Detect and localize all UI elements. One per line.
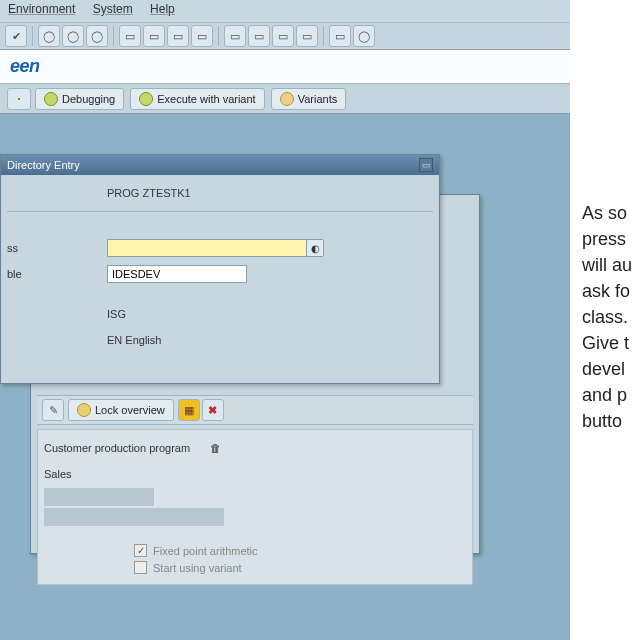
system-value: ISG (107, 308, 126, 320)
layout-icon[interactable]: ▭ (329, 25, 351, 47)
devclass-input[interactable] (107, 239, 307, 257)
dialog-title: Directory Entry (7, 159, 80, 171)
check-icon[interactable]: ✎ (42, 399, 64, 421)
menu-system[interactable]: System (93, 2, 133, 16)
attributes-section: Customer production program 🗑 Sales ✓ Fi… (37, 429, 473, 585)
firstpage-icon[interactable]: ▭ (191, 25, 213, 47)
close-icon[interactable]: ▭ (419, 158, 433, 172)
readonly-block-1 (44, 488, 154, 506)
app-title-area: een (0, 50, 570, 84)
find-icon[interactable]: ▭ (143, 25, 165, 47)
fixed-point-row: ✓ Fixed point arithmetic (44, 544, 466, 557)
next-icon[interactable]: ▭ (248, 25, 270, 47)
menu-help[interactable]: Help (150, 2, 175, 16)
language-value: EN English (107, 334, 161, 346)
readonly-block-2 (44, 508, 224, 526)
attr-header2: Sales (44, 468, 72, 480)
cancel-icon[interactable]: ◯ (86, 25, 108, 47)
variants-label: Variants (298, 93, 338, 105)
variants-icon (280, 92, 294, 106)
start-variant-checkbox[interactable] (134, 561, 147, 574)
app-title: een (10, 56, 40, 76)
object-value: PROG ZTESTK1 (107, 187, 191, 199)
start-variant-row: Start using variant (44, 561, 466, 574)
lock-overview-label: Lock overview (95, 404, 165, 416)
help-icon[interactable]: ◯ (353, 25, 375, 47)
exit-icon[interactable]: ◯ (62, 25, 84, 47)
clock-icon (139, 92, 153, 106)
debugging-label: Debugging (62, 93, 115, 105)
responsible-label: ble (7, 268, 107, 280)
standard-toolbar: ✔ ◯ ◯ ◯ ▭ ▭ ▭ ▭ ▭ ▭ ▭ ▭ ▭ ◯ (0, 22, 570, 50)
menubar: Environment System Help (0, 0, 570, 22)
bug-icon (44, 92, 58, 106)
print-icon[interactable]: ▭ (119, 25, 141, 47)
fixed-point-checkbox[interactable]: ✓ (134, 544, 147, 557)
lastpage-icon[interactable]: ▭ (272, 25, 294, 47)
lock-icon (77, 403, 91, 417)
directory-entry-dialog: Directory Entry ▭ PROG ZTESTK1 ss ◐ ble (0, 154, 440, 384)
side-caption: As so press will au ask fo class. Give t… (582, 200, 640, 434)
execute-with-variant-button[interactable]: Execute with variant (130, 88, 264, 110)
save-icon[interactable]: ✔ (5, 25, 27, 47)
trash-icon[interactable]: 🗑 (210, 442, 221, 454)
application-toolbar: Debugging Execute with variant Variants (0, 84, 570, 114)
start-variant-label: Start using variant (153, 562, 242, 574)
work-area: ✎ Lock overview ▦ ✖ Customer production … (0, 114, 570, 632)
lock-overview-button[interactable]: Lock overview (68, 399, 174, 421)
fixed-point-label: Fixed point arithmetic (153, 545, 258, 557)
responsible-input[interactable] (107, 265, 247, 283)
dialog-titlebar: Directory Entry ▭ (1, 155, 439, 175)
devclass-label: ss (7, 242, 107, 254)
execute-variant-label: Execute with variant (157, 93, 255, 105)
execute-icon[interactable] (7, 88, 31, 110)
debugging-button[interactable]: Debugging (35, 88, 124, 110)
display-icon[interactable]: ▦ (178, 399, 200, 421)
attr-header1: Customer production program (44, 442, 190, 454)
variants-button[interactable]: Variants (271, 88, 347, 110)
back-icon[interactable]: ◯ (38, 25, 60, 47)
menu-environment[interactable]: Environment (8, 2, 75, 16)
findnext-icon[interactable]: ▭ (167, 25, 189, 47)
newsession-icon[interactable]: ▭ (296, 25, 318, 47)
prev-icon[interactable]: ▭ (224, 25, 246, 47)
delete-icon[interactable]: ✖ (202, 399, 224, 421)
f4-help-icon[interactable]: ◐ (306, 239, 324, 257)
attributes-toolbar: ✎ Lock overview ▦ ✖ (37, 395, 473, 425)
